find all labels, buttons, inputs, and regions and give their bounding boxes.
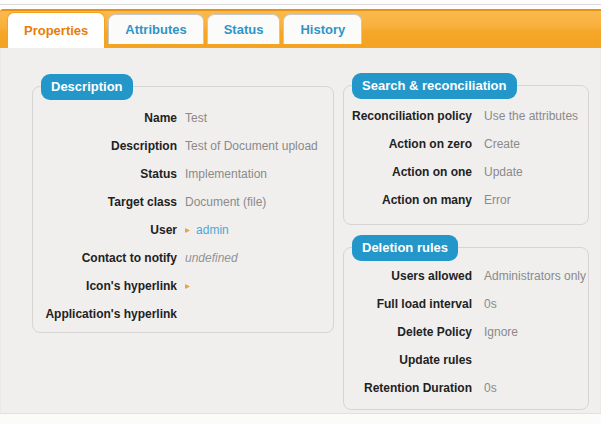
field-label: Status (33, 167, 177, 181)
field-value: 0s (484, 297, 588, 311)
field-row: Users allowedAdministrators only (344, 262, 588, 290)
fieldset-description: Description NameTestDescriptionTest of D… (32, 86, 334, 333)
field-value: ▸admin (185, 223, 333, 237)
fieldset-deletion-rules: Deletion rules Users allowedAdministrato… (343, 247, 589, 410)
field-row: Application's hyperlink (33, 300, 333, 328)
description-legend: Description (41, 74, 133, 100)
top-spacer (0, 0, 601, 9)
field-value: Implementation (185, 167, 333, 181)
field-text: Implementation (185, 167, 267, 181)
field-text: Update (484, 165, 523, 179)
field-label: Application's hyperlink (33, 307, 177, 321)
field-label: Update rules (344, 353, 472, 367)
field-row: StatusImplementation (33, 160, 333, 188)
deletion-rules-rows: Users allowedAdministrators onlyFull loa… (344, 262, 588, 402)
hyperlink-arrow-icon: ▸ (185, 281, 190, 291)
field-label: Delete Policy (344, 325, 472, 339)
tab-attributes[interactable]: Attributes (108, 14, 203, 44)
field-value: Test (185, 111, 333, 125)
field-label: Description (33, 139, 177, 153)
field-label: User (33, 223, 177, 237)
field-row: NameTest (33, 104, 333, 132)
field-row: Reconciliation policyUse the attributes (344, 102, 588, 130)
field-text: Document (file) (185, 195, 266, 209)
field-row: DescriptionTest of Document upload (33, 132, 333, 160)
field-row: Delete PolicyIgnore (344, 318, 588, 346)
field-row: Update rules (344, 346, 588, 374)
field-value: Document (file) (185, 195, 333, 209)
field-row: Action on oneUpdate (344, 158, 588, 186)
field-text: Error (484, 193, 511, 207)
field-row: Icon's hyperlink▸ (33, 272, 333, 300)
search-reconciliation-rows: Reconciliation policyUse the attributesA… (344, 102, 588, 214)
tab-properties[interactable]: Properties (7, 12, 105, 48)
field-label: Users allowed (344, 269, 472, 283)
field-text: 0s (484, 297, 497, 311)
field-link[interactable]: admin (196, 223, 229, 237)
description-rows: NameTestDescriptionTest of Document uplo… (33, 104, 333, 328)
hyperlink-arrow-icon: ▸ (185, 225, 190, 235)
field-text: Test of Document upload (185, 139, 318, 153)
fieldset-search-reconciliation: Search & reconciliation Reconciliation p… (343, 85, 589, 225)
field-row: Contact to notifyundefined (33, 244, 333, 272)
deletion-rules-legend: Deletion rules (352, 235, 458, 261)
field-label: Reconciliation policy (344, 109, 472, 123)
tab-bar: PropertiesAttributesStatusHistory (0, 9, 601, 48)
field-value: 0s (484, 381, 588, 395)
field-value: Update (484, 165, 588, 179)
field-value: Error (484, 193, 588, 207)
field-value: Test of Document upload (185, 139, 333, 153)
field-text: 0s (484, 381, 497, 395)
field-row: Action on zeroCreate (344, 130, 588, 158)
tab-panel-properties: Description NameTestDescriptionTest of D… (0, 48, 601, 413)
field-text: undefined (185, 251, 238, 265)
field-row: Full load interval0s (344, 290, 588, 318)
field-row: Retention Duration0s (344, 374, 588, 402)
field-label: Retention Duration (344, 381, 472, 395)
search-reconciliation-legend: Search & reconciliation (352, 73, 517, 99)
field-text: Administrators only (484, 269, 586, 283)
field-value: Create (484, 137, 588, 151)
field-label: Action on many (344, 193, 472, 207)
field-value: undefined (185, 251, 333, 265)
field-row: User▸admin (33, 216, 333, 244)
field-label: Action on one (344, 165, 472, 179)
field-label: Icon's hyperlink (33, 279, 177, 293)
field-label: Target class (33, 195, 177, 209)
field-text: Create (484, 137, 520, 151)
field-label: Full load interval (344, 297, 472, 311)
properties-page: PropertiesAttributesStatusHistory Descri… (0, 0, 601, 424)
field-text: Use the attributes (484, 109, 578, 123)
tab-status[interactable]: Status (207, 14, 281, 44)
field-row: Action on manyError (344, 186, 588, 214)
field-label: Name (33, 111, 177, 125)
field-row: Target classDocument (file) (33, 188, 333, 216)
field-value: Use the attributes (484, 109, 588, 123)
tab-history[interactable]: History (283, 14, 362, 44)
field-value: ▸ (185, 281, 333, 291)
field-value: Ignore (484, 325, 588, 339)
field-label: Contact to notify (33, 251, 177, 265)
field-text: Test (185, 111, 207, 125)
field-value: Administrators only (484, 269, 588, 283)
bottom-spacer (0, 413, 601, 424)
field-label: Action on zero (344, 137, 472, 151)
field-text: Ignore (484, 325, 518, 339)
top-divider (0, 4, 601, 5)
